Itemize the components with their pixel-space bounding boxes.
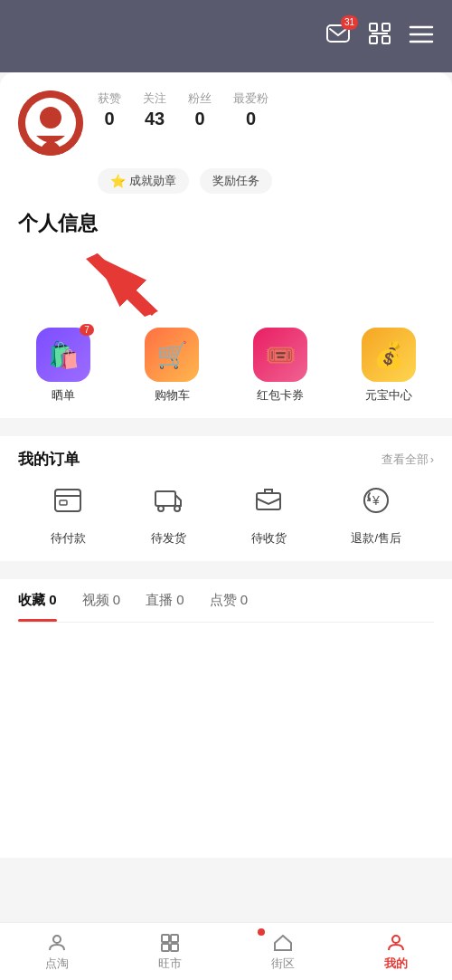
svg-point-18 [158,506,164,511]
stats-row: 获赞 0 关注 43 粉丝 0 最爱粉 0 [98,90,434,129]
badges-row: ⭐ 成就勋章 奖励任务 [98,168,434,194]
nav-wangshi[interactable]: 旺市 [113,923,226,980]
stat-fans[interactable]: 粉丝 0 [188,90,212,129]
svg-rect-20 [257,493,280,509]
chevron-right-icon: › [430,452,434,466]
pending-ship-icon [152,484,184,523]
order-pending-ship[interactable]: 待发货 [151,484,186,547]
icon-item-cart[interactable]: 🛒 购物车 [145,328,199,404]
top-bar: 31 [0,0,452,72]
message-icon[interactable]: 31 [325,21,351,52]
divider-1 [0,418,452,427]
svg-rect-24 [162,935,169,942]
view-all-link[interactable]: 查看全部 › [381,452,434,468]
message-badge: 31 [341,15,358,30]
stat-favorites[interactable]: 最爱粉 0 [233,90,268,129]
tab-favorites[interactable]: 收藏 0 [18,579,57,622]
pending-receive-icon [252,484,285,523]
avatar[interactable] [18,90,83,156]
sundan-icon-circle: 🛍️ 7 [36,328,90,382]
svg-text:¥: ¥ [372,493,380,508]
tabs-section: 收藏 0 视频 0 直播 0 点赞 0 [0,579,452,623]
scan-icon[interactable] [367,21,392,52]
orders-icons: 待付款 待发货 待收货 [18,484,434,547]
svg-rect-4 [382,36,390,43]
svg-rect-3 [370,36,377,43]
icon-grid: 🛍️ 7 晒单 🛒 购物车 🎟️ 红包卡券 💰 元宝中心 [9,328,443,404]
gold-icon: 💰 [373,340,405,370]
tab-videos[interactable]: 视频 0 [82,579,121,622]
arrow-annotation [0,246,452,319]
cart-icon-circle: 🛒 [145,328,199,382]
icon-item-coupon[interactable]: 🎟️ 红包卡券 [253,328,307,404]
bottom-spacer [0,858,452,916]
svg-rect-2 [382,24,390,31]
jiequ-dot [258,928,265,936]
refund-icon: ¥ [360,484,392,523]
personal-info-title: 个人信息 [18,212,98,234]
personal-info-section: 个人信息 [0,194,452,246]
svg-rect-26 [162,944,169,951]
orders-section: 我的订单 查看全部 › 待付款 [0,436,452,561]
order-pending-receive[interactable]: 待收货 [251,484,287,547]
divider-2 [0,561,452,570]
svg-rect-16 [60,500,67,505]
svg-point-19 [174,506,180,511]
menu-icon[interactable] [409,23,434,51]
tab-live[interactable]: 直播 0 [146,579,184,622]
icon-grid-section: 🛍️ 7 晒单 🛒 购物车 🎟️ 红包卡券 💰 元宝中心 [0,319,452,418]
order-refund[interactable]: ¥ 退款/售后 [351,484,401,547]
coupon-icon: 🎟️ [265,340,297,370]
achievement-badge-btn[interactable]: ⭐ 成就勋章 [98,168,189,194]
sundan-icon: 🛍️ [48,340,80,370]
orders-title: 我的订单 [18,449,80,470]
icon-item-gold[interactable]: 💰 元宝中心 [362,328,416,404]
profile-top: 获赞 0 关注 43 粉丝 0 最爱粉 0 [18,90,434,156]
nav-mine[interactable]: 我的 [339,923,452,980]
svg-point-11 [40,107,61,128]
stat-following[interactable]: 关注 43 [143,90,166,129]
coupon-icon-circle: 🎟️ [253,328,307,382]
star-icon: ⭐ [110,174,126,188]
tabs-row: 收藏 0 视频 0 直播 0 点赞 0 [18,579,434,623]
svg-rect-1 [370,24,377,31]
order-pending-payment[interactable]: 待付款 [51,484,86,547]
pending-payment-icon [52,484,84,523]
content-area [0,623,452,858]
svg-rect-27 [171,944,178,951]
svg-point-23 [53,936,61,943]
svg-point-28 [392,936,400,943]
cart-icon: 🛒 [156,340,188,370]
sundan-badge: 7 [80,324,94,336]
stat-likes[interactable]: 获赞 0 [98,90,121,129]
svg-rect-14 [55,490,80,511]
svg-rect-17 [155,491,175,506]
nav-jiequ[interactable]: 街区 [226,923,339,980]
tab-likes[interactable]: 点赞 0 [210,579,249,622]
bottom-nav: 点淘 旺市 街区 我的 [0,922,452,980]
icon-item-sundan[interactable]: 🛍️ 7 晒单 [36,328,90,404]
svg-rect-25 [171,935,178,942]
nav-diantao[interactable]: 点淘 [0,923,113,980]
gold-icon-circle: 💰 [362,328,416,382]
orders-header: 我的订单 查看全部 › [18,449,434,470]
profile-card: 获赞 0 关注 43 粉丝 0 最爱粉 0 ⭐ 成就勋章 奖励任务 [0,72,452,194]
reward-task-btn[interactable]: 奖励任务 [200,168,272,194]
